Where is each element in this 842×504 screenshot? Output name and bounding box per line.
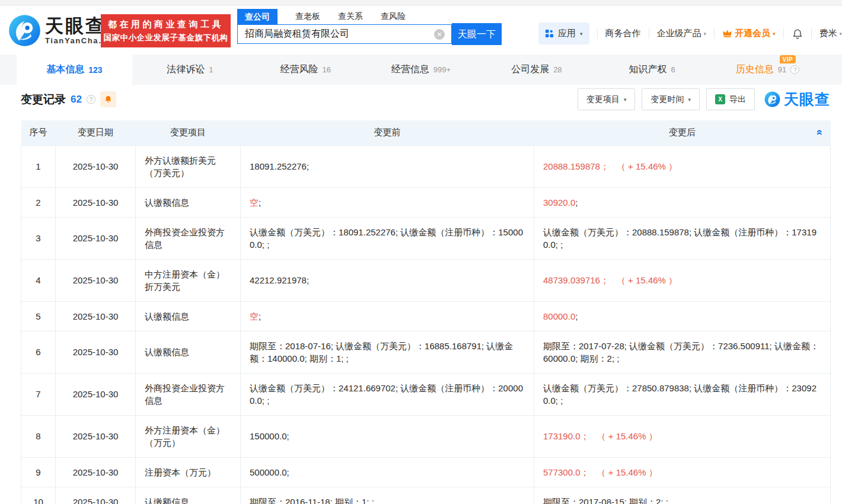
search-input[interactable] [237, 24, 452, 44]
tianyancha-logo-icon [8, 14, 41, 47]
change-item: 外方注册资本（金）（万元） [136, 415, 241, 457]
value-segment: 期限至：2017-08-15; 期别：2; ; [543, 497, 668, 504]
before-value: 期限至：2018-07-16; 认缴金额（万美元）：16885.168791; … [241, 331, 534, 373]
section-title-block: 变更记录 62 ? [21, 91, 116, 107]
username: 费米 [819, 28, 837, 39]
before-value: 认缴金额（万美元）：18091.252276; 认缴金额（注册币种）：15000… [241, 217, 534, 259]
table-row: 102025-10-30认缴额信息期限至：2016-11-18; 期别：1; ;… [21, 487, 831, 504]
col-after-label: 变更后 [669, 127, 696, 137]
search-tab-relation[interactable]: 查关系 [338, 11, 363, 22]
tianyancha-page: 天眼查 TianYanCha.com 都在用的商业查询工具 国家中小企业发展子基… [0, 0, 842, 504]
search-tab-boss[interactable]: 查老板 [295, 11, 320, 22]
tab-company-development[interactable]: 公司发展 28 [479, 55, 594, 85]
value-segment: 期限至：2018-07-16; 认缴金额（万美元）：16885.168791; … [250, 341, 513, 363]
before-value: 空; [241, 187, 534, 217]
table-row: 92025-10-30注册资本（万元）500000.0;577300.0；（ +… [21, 457, 831, 487]
row-index: 3 [21, 217, 56, 259]
record-count: 62 [71, 94, 82, 106]
help-icon[interactable]: ? [790, 65, 799, 74]
section-title: 变更记录 [21, 92, 66, 107]
table-row: 72025-10-30外商投资企业投资方信息认缴金额（万美元）：24121.66… [21, 373, 831, 415]
tab-label: 基本信息 [46, 63, 84, 76]
tianyancha-logo-icon [764, 91, 780, 107]
col-change-date: 变更日期 [56, 120, 136, 145]
divider [714, 28, 715, 39]
change-date: 2025-10-30 [56, 415, 136, 457]
value-segment: （ + 15.46% ） [617, 275, 677, 285]
clear-search-icon[interactable]: ✕ [434, 29, 445, 40]
before-value: 认缴金额（万美元）：24121.669702; 认缴金额（注册币种）：20000… [241, 373, 534, 415]
help-icon[interactable]: ? [87, 95, 95, 104]
export-button[interactable]: X 导出 [706, 88, 755, 110]
subscribe-bell-button[interactable] [100, 91, 116, 107]
row-index: 4 [21, 259, 56, 301]
change-item: 外商投资企业投资方信息 [136, 373, 241, 415]
filter-label: 变更时间 [650, 94, 684, 105]
value-segment: 80000.0 [543, 311, 575, 321]
notification-bell-icon[interactable] [792, 28, 803, 40]
search-tabs: 查公司 查老板 查关系 查风险 [237, 9, 406, 24]
chevron-down-icon: ▾ [688, 97, 691, 103]
section-toolbar: 变更项目 ▾ 变更时间 ▾ X 导出 [578, 88, 830, 110]
change-date: 2025-10-30 [56, 457, 136, 487]
value-segment: 认缴金额（万美元）：18091.252276; 认缴金额（注册币种）：15000… [250, 227, 523, 250]
tab-intellectual-property[interactable]: 知识产权 6 [594, 55, 710, 85]
tab-count: 91 [778, 65, 786, 74]
value-segment: 48739.039716； [543, 275, 609, 285]
chevron-down-icon: ▾ [773, 31, 776, 37]
search-tab-risk[interactable]: 查风险 [381, 11, 406, 22]
tab-label: 经营信息 [391, 63, 429, 76]
col-change-item: 变更项目 [136, 120, 241, 145]
value-segment: 空 [250, 197, 259, 208]
section-header: 变更记录 62 ? 变更项目 ▾ 变更时间 ▾ X 导出 [0, 88, 842, 112]
value-segment: 认缴金额（万美元）：20888.159878; 认缴金额（注册币种）：17319… [543, 227, 817, 250]
before-value: 150000.0; [241, 415, 534, 457]
tab-count: 16 [322, 65, 330, 74]
change-date: 2025-10-30 [56, 187, 136, 217]
col-before: 变更前 [241, 120, 534, 145]
after-value: 30920.0; [534, 187, 831, 217]
tab-count: 123 [88, 65, 102, 75]
value-segment: 空 [250, 311, 259, 321]
promo-line1: 都在用的商业查询工具 [108, 19, 224, 30]
tab-basic-info[interactable]: 基本信息 123 [17, 55, 132, 85]
after-value: 80000.0; [534, 301, 831, 331]
value-segment: 认缴金额（万美元）：24121.669702; 认缴金额（注册币种）：20000… [250, 383, 523, 406]
change-records-table: 序号 变更日期 变更项目 变更前 变更后 « 12025-10-30外方认缴额折… [21, 120, 830, 504]
table-row: 62025-10-30认缴额信息期限至：2018-07-16; 认缴金额（万美元… [21, 331, 831, 373]
tab-history-info[interactable]: 历史信息 91 ? VIP [710, 55, 825, 85]
before-value: 空; [241, 301, 534, 331]
chevron-down-icon: ▾ [840, 31, 842, 37]
export-label: 导出 [729, 94, 746, 105]
value-segment: ; [259, 311, 261, 321]
header-nav: 应用 ▾ 商务合作 企业级产品 ▾ 开通会员 ▾ 费米 ▾ [538, 23, 842, 44]
chevron-down-icon: ▾ [624, 97, 627, 103]
apps-menu[interactable]: 应用 ▾ [538, 23, 589, 44]
change-date: 2025-10-30 [56, 301, 136, 331]
search-tab-company[interactable]: 查公司 [237, 9, 278, 24]
after-value: 577300.0；（ + 15.46% ） [534, 457, 831, 487]
value-segment: 500000.0; [250, 467, 289, 477]
row-index: 9 [21, 457, 56, 487]
tab-operating-info[interactable]: 经营信息 999+ [363, 55, 479, 85]
nav-business-cooperation[interactable]: 商务合作 [605, 28, 641, 39]
change-item: 外方认缴额折美元（万美元） [136, 145, 241, 187]
collapse-icon[interactable]: « [814, 129, 826, 135]
row-index: 6 [21, 331, 56, 373]
nav-open-vip[interactable]: 开通会员 ▾ [722, 28, 776, 39]
nav-enterprise-products[interactable]: 企业级产品 ▾ [657, 28, 707, 39]
filter-change-time-button[interactable]: 变更时间 ▾ [642, 88, 700, 110]
filter-change-item-button[interactable]: 变更项目 ▾ [578, 88, 636, 110]
tab-label: 法律诉讼 [167, 63, 205, 76]
apps-label: 应用 [558, 28, 576, 39]
before-value: 500000.0; [241, 457, 534, 487]
tab-legal-proceedings[interactable]: 法律诉讼 1 [132, 55, 248, 85]
value-segment: 150000.0; [250, 431, 289, 441]
row-index: 1 [21, 145, 56, 187]
tab-operating-risk[interactable]: 经营风险 16 [248, 55, 363, 85]
user-menu[interactable]: 费米 ▾ [819, 28, 842, 39]
change-date: 2025-10-30 [56, 373, 136, 415]
change-item: 外商投资企业投资方信息 [136, 217, 241, 259]
apps-grid-icon [545, 29, 554, 38]
search-button[interactable]: 天眼一下 [452, 23, 502, 45]
